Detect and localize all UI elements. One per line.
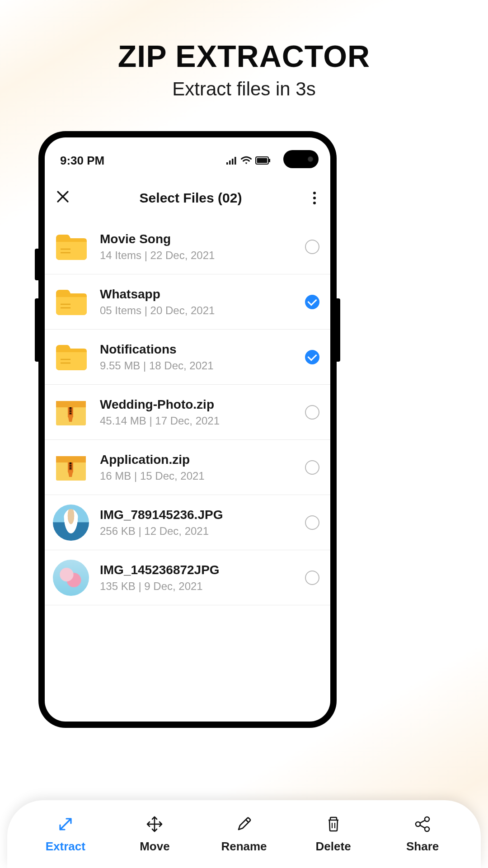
svg-line-30 xyxy=(420,825,425,828)
action-label: Share xyxy=(406,840,439,854)
promo-title: ZIP EXTRACTOR xyxy=(0,38,488,74)
share-icon xyxy=(413,815,432,835)
action-label: Extract xyxy=(46,840,85,854)
action-label: Delete xyxy=(316,840,351,854)
svg-rect-5 xyxy=(257,158,267,163)
close-icon[interactable] xyxy=(55,187,71,208)
select-checkbox[interactable] xyxy=(305,460,319,475)
bottom-action-bar: ExtractMoveRenameDeleteShare xyxy=(7,800,481,868)
share-button[interactable]: Share xyxy=(378,815,467,854)
file-name: IMG_145236872JPG xyxy=(100,563,294,577)
svg-rect-6 xyxy=(269,159,270,162)
folder-icon xyxy=(53,232,89,262)
file-row[interactable]: Movie Song14 Items | 22 Dec, 2021 xyxy=(45,219,330,274)
file-list[interactable]: Movie Song14 Items | 22 Dec, 2021Whatsap… xyxy=(45,219,330,605)
select-checkbox[interactable] xyxy=(305,240,319,254)
file-meta: 256 KB | 12 Dec, 2021 xyxy=(100,525,294,538)
battery-icon xyxy=(255,156,271,165)
file-meta: 135 KB | 9 Dec, 2021 xyxy=(100,580,294,593)
file-row[interactable]: Whatsapp05 Items | 20 Dec, 2021 xyxy=(45,274,330,330)
phone-screen: 9:30 PM Select Files (02) Movie Song14 I… xyxy=(45,137,330,722)
svg-rect-0 xyxy=(226,162,228,165)
select-checkbox[interactable] xyxy=(305,405,319,420)
file-row[interactable]: Wedding-Photo.zip45.14 MB | 17 Dec, 2021 xyxy=(45,385,330,440)
svg-point-26 xyxy=(425,817,429,821)
file-name: Notifications xyxy=(100,342,294,357)
file-row[interactable]: IMG_789145236.JPG256 KB | 12 Dec, 2021 xyxy=(45,495,330,550)
file-row[interactable]: Application.zip16 MB | 15 Dec, 2021 xyxy=(45,440,330,495)
extract-icon xyxy=(56,815,75,835)
file-row[interactable]: IMG_145236872JPG135 KB | 9 Dec, 2021 xyxy=(45,550,330,605)
image-thumbnail xyxy=(53,505,89,541)
svg-line-29 xyxy=(420,820,425,823)
image-thumbnail xyxy=(53,560,89,596)
promo-header: ZIP EXTRACTOR Extract files in 3s xyxy=(0,0,488,100)
select-checkbox[interactable] xyxy=(305,571,319,585)
select-checkbox[interactable] xyxy=(305,295,319,309)
svg-point-28 xyxy=(425,827,429,831)
folder-icon xyxy=(53,287,89,317)
svg-rect-2 xyxy=(232,159,234,165)
file-name: Application.zip xyxy=(100,453,294,467)
zip-icon xyxy=(53,452,89,483)
svg-rect-3 xyxy=(235,157,236,165)
file-meta: 16 MB | 15 Dec, 2021 xyxy=(100,470,294,482)
select-checkbox[interactable] xyxy=(305,350,319,364)
file-name: Movie Song xyxy=(100,232,294,246)
file-name: IMG_789145236.JPG xyxy=(100,508,294,522)
file-meta: 45.14 MB | 17 Dec, 2021 xyxy=(100,415,294,427)
delete-button[interactable]: Delete xyxy=(289,815,378,854)
file-meta: 05 Items | 20 Dec, 2021 xyxy=(100,304,294,317)
rename-button[interactable]: Rename xyxy=(199,815,289,854)
promo-subtitle: Extract files in 3s xyxy=(0,78,488,100)
svg-point-27 xyxy=(416,822,420,826)
svg-rect-16 xyxy=(56,401,86,407)
file-row[interactable]: Notifications9.55 MB | 18 Dec, 2021 xyxy=(45,330,330,385)
file-name: Whatsapp xyxy=(100,287,294,302)
page-title: Select Files (02) xyxy=(140,190,242,206)
signal-icon xyxy=(226,156,237,165)
svg-rect-19 xyxy=(56,456,86,462)
delete-icon xyxy=(324,815,343,835)
folder-icon xyxy=(53,342,89,372)
more-icon[interactable] xyxy=(310,189,319,207)
zip-icon xyxy=(53,396,89,428)
select-checkbox[interactable] xyxy=(305,515,319,530)
svg-rect-1 xyxy=(229,160,231,165)
wifi-icon xyxy=(240,156,252,165)
camera-cutout xyxy=(283,150,319,168)
svg-line-23 xyxy=(246,820,249,822)
extract-button[interactable]: Extract xyxy=(21,815,110,854)
app-bar: Select Files (02) xyxy=(45,176,330,219)
phone-frame: 9:30 PM Select Files (02) Movie Song14 I… xyxy=(38,131,337,728)
move-button[interactable]: Move xyxy=(110,815,200,854)
action-label: Rename xyxy=(221,840,267,854)
move-icon xyxy=(145,815,164,835)
file-meta: 9.55 MB | 18 Dec, 2021 xyxy=(100,359,294,372)
file-meta: 14 Items | 22 Dec, 2021 xyxy=(100,249,294,262)
status-time: 9:30 PM xyxy=(60,154,104,168)
file-name: Wedding-Photo.zip xyxy=(100,397,294,412)
action-label: Move xyxy=(140,840,169,854)
rename-icon xyxy=(235,815,253,835)
